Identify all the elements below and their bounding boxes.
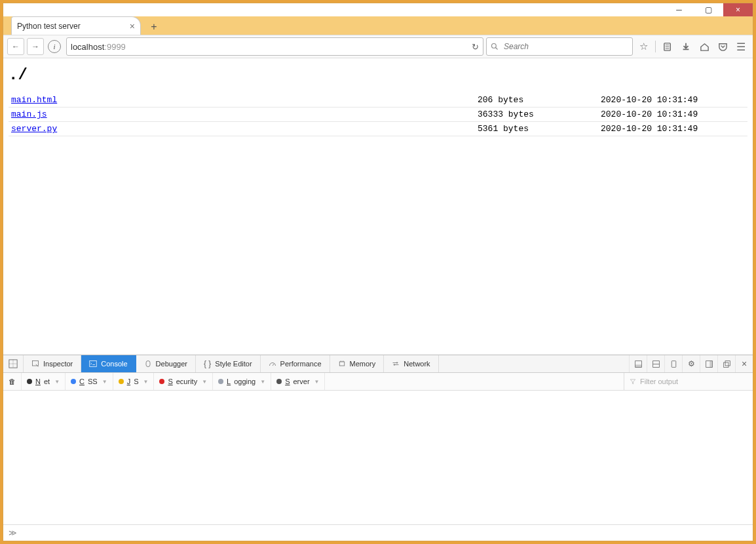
url-bar[interactable]: localhost:9999 ↻ xyxy=(66,37,483,56)
tab-debugger[interactable]: Debugger xyxy=(136,355,196,372)
home-icon[interactable] xyxy=(696,39,712,54)
browser-tab[interactable]: Python test server × xyxy=(11,16,141,35)
chevron-down-icon: ▼ xyxy=(102,379,107,385)
filter-js[interactable]: JS▼ xyxy=(113,373,155,390)
menu-icon[interactable]: ☰ xyxy=(733,39,749,54)
os-buttons: ─ ▢ × xyxy=(664,3,753,16)
url-port: :9999 xyxy=(104,42,126,52)
filter-css[interactable]: CSS▼ xyxy=(66,373,113,390)
console-icon xyxy=(89,360,97,368)
svg-rect-9 xyxy=(146,361,150,367)
file-link[interactable]: main.js xyxy=(11,109,47,119)
filter-logging[interactable]: Logging▼ xyxy=(213,373,271,390)
clear-console-button[interactable]: 🗑 xyxy=(3,373,22,390)
toolbar-divider xyxy=(655,41,656,52)
dock-window-icon[interactable] xyxy=(700,355,717,372)
table-row: main.js 36333 bytes 2020-10-20 10:31:49 xyxy=(9,107,747,122)
file-link[interactable]: server.py xyxy=(11,124,57,134)
new-tab-button[interactable]: + xyxy=(145,19,163,35)
tab-label: Memory xyxy=(350,360,376,368)
network-icon xyxy=(392,360,400,368)
file-size: 5361 bytes xyxy=(475,122,598,136)
file-size: 206 bytes xyxy=(475,93,598,107)
tab-label: Debugger xyxy=(156,360,187,368)
filter-security[interactable]: Security▼ xyxy=(154,373,213,390)
tab-strip: Python test server × + xyxy=(3,16,753,35)
tab-style-editor[interactable]: { } Style Editor xyxy=(196,355,261,372)
filter-server[interactable]: Server▼ xyxy=(271,373,325,390)
minimize-button[interactable]: ─ xyxy=(664,3,694,16)
svg-rect-22 xyxy=(723,362,728,367)
devtools-close-icon[interactable]: × xyxy=(735,355,753,372)
dot-icon xyxy=(27,379,32,384)
tab-label: Console xyxy=(101,360,127,368)
file-link[interactable]: main.html xyxy=(11,95,57,105)
dot-icon xyxy=(119,379,124,384)
console-command-line[interactable]: ≫ xyxy=(3,524,753,541)
back-icon: ← xyxy=(12,42,20,51)
performance-icon xyxy=(269,360,276,368)
trash-icon: 🗑 xyxy=(9,378,16,385)
tab-label: Network xyxy=(404,360,430,368)
devtools-panel: Inspector Console Debugger { } Style Edi… xyxy=(3,355,753,541)
table-row: main.html 206 bytes 2020-10-20 10:31:49 xyxy=(9,93,747,107)
chevron-down-icon: ▼ xyxy=(260,379,265,385)
settings-icon[interactable]: ⚙ xyxy=(682,355,700,372)
browser-window: ─ ▢ × Python test server × + ← → i local… xyxy=(0,0,756,544)
tab-network[interactable]: Network xyxy=(384,355,438,372)
svg-rect-11 xyxy=(339,362,345,366)
svg-rect-16 xyxy=(635,364,641,367)
nav-bar: ← → i localhost:9999 ↻ ☆ xyxy=(3,35,753,58)
dot-icon xyxy=(218,379,223,384)
tab-memory[interactable]: Memory xyxy=(330,355,385,372)
svg-line-1 xyxy=(496,48,498,50)
bookmark-icon[interactable]: ☆ xyxy=(635,39,651,54)
search-box[interactable] xyxy=(486,37,633,56)
reload-icon[interactable]: ↻ xyxy=(472,42,479,52)
window-inner: ─ ▢ × Python test server × + ← → i local… xyxy=(3,3,753,541)
prompt-icon: ≫ xyxy=(9,528,17,538)
page-content: ./ main.html 206 bytes 2020-10-20 10:31:… xyxy=(3,58,753,355)
tab-performance[interactable]: Performance xyxy=(261,355,330,372)
file-size: 36333 bytes xyxy=(475,107,598,122)
maximize-button[interactable]: ▢ xyxy=(694,3,723,16)
site-info-icon[interactable]: i xyxy=(48,40,61,53)
tab-label: Performance xyxy=(280,360,322,368)
tab-inspector[interactable]: Inspector xyxy=(24,355,81,372)
svg-point-0 xyxy=(492,44,497,49)
tab-label: Inspector xyxy=(43,360,73,368)
split-console-icon[interactable] xyxy=(647,355,664,372)
back-button[interactable]: ← xyxy=(7,38,24,55)
tab-label: Style Editor xyxy=(215,360,252,368)
close-button[interactable]: × xyxy=(723,3,753,16)
devtools-right-buttons: ⚙ × xyxy=(629,355,753,372)
filter-net[interactable]: Net▼ xyxy=(22,373,66,390)
popout-icon[interactable] xyxy=(717,355,735,372)
tab-console[interactable]: Console xyxy=(81,355,136,372)
filter-icon xyxy=(630,378,636,385)
chevron-down-icon: ▼ xyxy=(143,379,148,385)
dock-side-icon[interactable] xyxy=(629,355,647,372)
svg-rect-8 xyxy=(90,361,97,367)
iframe-picker-icon[interactable] xyxy=(3,355,24,372)
os-title-bar: ─ ▢ × xyxy=(3,3,753,16)
search-input[interactable] xyxy=(502,41,628,52)
responsive-icon[interactable] xyxy=(664,355,682,372)
devtools-tabs: Inspector Console Debugger { } Style Edi… xyxy=(3,355,753,373)
library-icon[interactable] xyxy=(660,39,675,54)
svg-line-10 xyxy=(273,364,274,366)
style-editor-icon: { } xyxy=(204,359,211,368)
filter-output-box[interactable]: Filter output xyxy=(624,373,753,390)
file-date: 2020-10-20 10:31:49 xyxy=(598,93,747,107)
download-icon[interactable] xyxy=(678,39,694,54)
pocket-icon[interactable] xyxy=(715,39,730,54)
console-output[interactable] xyxy=(3,391,753,524)
tab-close-icon[interactable]: × xyxy=(130,22,135,31)
chevron-down-icon: ▼ xyxy=(54,379,60,385)
memory-icon xyxy=(338,360,346,368)
svg-rect-21 xyxy=(709,360,712,367)
svg-rect-7 xyxy=(33,361,39,366)
file-date: 2020-10-20 10:31:49 xyxy=(598,122,747,136)
forward-button[interactable]: → xyxy=(27,38,44,55)
svg-rect-23 xyxy=(725,360,730,365)
